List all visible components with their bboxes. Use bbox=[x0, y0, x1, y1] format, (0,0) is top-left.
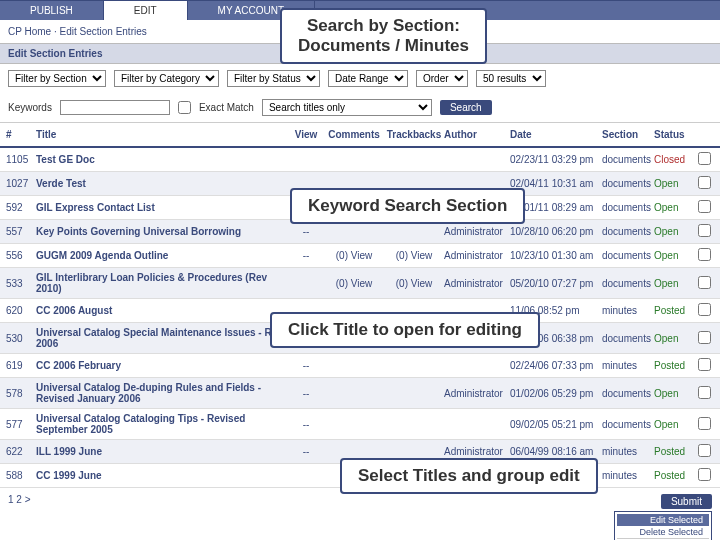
filter-order-select[interactable]: Order bbox=[416, 70, 468, 87]
row-select-checkbox[interactable] bbox=[698, 303, 711, 316]
cell-id: 578 bbox=[0, 388, 36, 399]
cell-date: 10/28/10 06:20 pm bbox=[510, 226, 602, 237]
filter-category-select[interactable]: Filter by Category bbox=[114, 70, 219, 87]
entry-title-link[interactable]: Universal Catalog Cataloging Tips - Revi… bbox=[36, 413, 288, 435]
entry-title-link[interactable]: Verde Test bbox=[36, 178, 288, 189]
table-row: 556GUGM 2009 Agenda Outline--(0) View(0)… bbox=[0, 244, 720, 268]
row-select-checkbox[interactable] bbox=[698, 200, 711, 213]
col-title[interactable]: Title bbox=[36, 129, 288, 140]
col-status[interactable]: Status bbox=[654, 129, 694, 140]
cell-view[interactable]: -- bbox=[288, 360, 324, 371]
callout-group-edit: Select Titles and group edit bbox=[340, 458, 598, 494]
exact-match-checkbox[interactable] bbox=[178, 101, 191, 114]
entry-title-link[interactable]: Universal Catalog De-duping Rules and Fi… bbox=[36, 382, 288, 404]
cell-comments[interactable]: (0) View bbox=[324, 250, 384, 261]
cell-view[interactable]: -- bbox=[288, 226, 324, 237]
cell-author: Administrator bbox=[444, 250, 510, 261]
entry-title-link[interactable]: GUGM 2009 Agenda Outline bbox=[36, 250, 288, 261]
callout-search-by-section: Search by Section: Documents / Minutes bbox=[280, 8, 487, 64]
entry-title-link[interactable]: Universal Catalog Special Maintenance Is… bbox=[36, 327, 288, 349]
callout-keyword-search: Keyword Search Section bbox=[290, 188, 525, 224]
row-select-checkbox[interactable] bbox=[698, 152, 711, 165]
cell-id: 556 bbox=[0, 250, 36, 261]
col-date[interactable]: Date bbox=[510, 129, 602, 140]
row-select-checkbox[interactable] bbox=[698, 224, 711, 237]
cell-status: Open bbox=[654, 250, 694, 261]
row-select-checkbox[interactable] bbox=[698, 444, 711, 457]
filter-status-select[interactable]: Filter by Status bbox=[227, 70, 320, 87]
cell-section: documents bbox=[602, 226, 654, 237]
row-select-checkbox[interactable] bbox=[698, 417, 711, 430]
cell-date: 02/23/11 03:29 pm bbox=[510, 154, 602, 165]
cell-comments[interactable]: (0) View bbox=[324, 278, 384, 289]
cell-section: documents bbox=[602, 419, 654, 430]
cell-author: Administrator bbox=[444, 278, 510, 289]
cell-view[interactable]: -- bbox=[288, 419, 324, 430]
col-author[interactable]: Author bbox=[444, 129, 510, 140]
cell-trackbacks[interactable]: (0) View bbox=[384, 250, 444, 261]
filter-daterange-select[interactable]: Date Range bbox=[328, 70, 408, 87]
row-select-checkbox[interactable] bbox=[698, 176, 711, 189]
cell-status: Posted bbox=[654, 305, 694, 316]
submit-button[interactable]: Submit bbox=[661, 494, 712, 509]
entry-title-link[interactable]: CC 2006 February bbox=[36, 360, 288, 371]
entry-title-link[interactable]: Test GE Doc bbox=[36, 154, 288, 165]
cell-author: Administrator bbox=[444, 388, 510, 399]
row-select-checkbox[interactable] bbox=[698, 386, 711, 399]
row-select-checkbox[interactable] bbox=[698, 248, 711, 261]
cell-date: 05/20/10 07:27 pm bbox=[510, 278, 602, 289]
entry-title-link[interactable]: CC 2006 August bbox=[36, 305, 288, 316]
exact-match-label: Exact Match bbox=[199, 102, 254, 113]
cell-id: 588 bbox=[0, 470, 36, 481]
pagination-row: 1 2 > Submit Edit Selected Delete Select… bbox=[0, 488, 720, 540]
search-button[interactable]: Search bbox=[440, 100, 492, 115]
col-trackbacks[interactable]: Trackbacks bbox=[384, 129, 444, 140]
table-row: 577Universal Catalog Cataloging Tips - R… bbox=[0, 409, 720, 440]
entry-title-link[interactable]: GIL Express Contact List bbox=[36, 202, 288, 213]
entry-title-link[interactable]: Key Points Governing Universal Borrowing bbox=[36, 226, 288, 237]
cell-view[interactable]: -- bbox=[288, 388, 324, 399]
col-section[interactable]: Section bbox=[602, 129, 654, 140]
cell-status: Posted bbox=[654, 360, 694, 371]
row-select-checkbox[interactable] bbox=[698, 468, 711, 481]
cell-section: documents bbox=[602, 154, 654, 165]
tab-publish[interactable]: PUBLISH bbox=[0, 1, 104, 20]
cell-trackbacks[interactable]: (0) View bbox=[384, 278, 444, 289]
tab-edit[interactable]: EDIT bbox=[104, 1, 188, 20]
col-view[interactable]: View bbox=[288, 129, 324, 140]
bulk-action-menu[interactable]: Edit Selected Delete Selected Add Catego… bbox=[614, 511, 712, 540]
action-edit-selected[interactable]: Edit Selected bbox=[617, 514, 709, 526]
cell-status: Posted bbox=[654, 470, 694, 481]
cell-date: 10/23/10 01:30 am bbox=[510, 250, 602, 261]
col-id[interactable]: # bbox=[0, 129, 36, 140]
filter-results-select[interactable]: 50 results bbox=[476, 70, 546, 87]
cell-section: documents bbox=[602, 202, 654, 213]
filter-row-1: Filter by Section Filter by Category Fil… bbox=[0, 64, 720, 93]
cell-id: 530 bbox=[0, 333, 36, 344]
filter-row-2: Keywords Exact Match Search titles only … bbox=[0, 93, 720, 122]
cell-date: 01/02/06 05:29 pm bbox=[510, 388, 602, 399]
action-delete-selected[interactable]: Delete Selected bbox=[617, 526, 709, 538]
row-select-checkbox[interactable] bbox=[698, 276, 711, 289]
entry-title-link[interactable]: GIL Interlibrary Loan Policies & Procedu… bbox=[36, 272, 288, 294]
entry-title-link[interactable]: CC 1999 June bbox=[36, 470, 288, 481]
cell-section: documents bbox=[602, 278, 654, 289]
cell-status: Posted bbox=[654, 446, 694, 457]
row-select-checkbox[interactable] bbox=[698, 358, 711, 371]
search-scope-select[interactable]: Search titles only bbox=[262, 99, 432, 116]
col-comments[interactable]: Comments bbox=[324, 129, 384, 140]
table-header: # Title View Comments Trackbacks Author … bbox=[0, 122, 720, 148]
cell-section: minutes bbox=[602, 360, 654, 371]
row-select-checkbox[interactable] bbox=[698, 331, 711, 344]
cell-id: 592 bbox=[0, 202, 36, 213]
cell-section: documents bbox=[602, 178, 654, 189]
filter-section-select[interactable]: Filter by Section bbox=[8, 70, 106, 87]
cell-view[interactable]: -- bbox=[288, 446, 324, 457]
keywords-input[interactable] bbox=[60, 100, 170, 115]
pagination-links[interactable]: 1 2 > bbox=[8, 494, 31, 505]
entry-title-link[interactable]: ILL 1999 June bbox=[36, 446, 288, 457]
cell-view[interactable]: -- bbox=[288, 250, 324, 261]
cell-status: Open bbox=[654, 202, 694, 213]
cell-status: Open bbox=[654, 419, 694, 430]
cell-id: 1027 bbox=[0, 178, 36, 189]
